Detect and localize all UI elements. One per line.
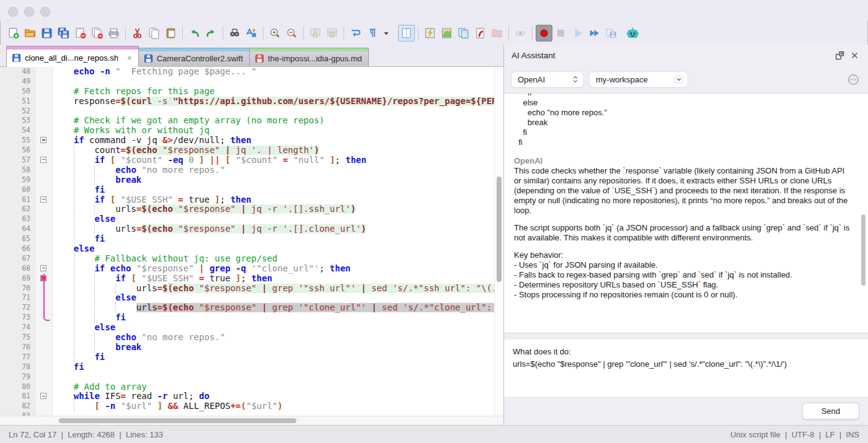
code-text: fi (53, 234, 503, 244)
open-folder-icon[interactable] (22, 25, 38, 42)
code-line-50: 50 # Fetch repos for this page (0, 87, 503, 97)
macro-record-icon[interactable] (536, 25, 552, 42)
fold-margin (36, 372, 53, 382)
unsaved-file-icon (255, 54, 264, 63)
cut-icon[interactable] (129, 25, 146, 42)
copy-icon[interactable] (146, 25, 162, 42)
traffic-light-zoom[interactable] (40, 7, 50, 17)
line-number: 56 (0, 146, 36, 156)
code-line-70: 70 urls=$(echo "$response" | grep '"ssh_… (0, 284, 503, 294)
folder-as-workspace-icon[interactable] (489, 25, 505, 42)
code-line-72: 72 urls=$(echo "$response" | grep '"clon… (0, 303, 503, 313)
ai-response-code: fi (514, 93, 852, 98)
file-monitoring-icon[interactable] (512, 25, 529, 42)
fold-marker[interactable] (40, 393, 46, 399)
indent-guide-line (115, 284, 116, 294)
ai-response-area[interactable]: fi else echo "no more repos." break fi f… (504, 93, 868, 333)
code-line-51: 51 response=$(curl -s "https://api.githu… (0, 97, 503, 107)
document-switcher-icon[interactable] (455, 25, 472, 42)
send-button[interactable]: Send (802, 403, 859, 419)
print-icon[interactable] (105, 25, 122, 42)
macro-run-multiple-icon[interactable] (586, 25, 603, 42)
fold-marker[interactable] (40, 157, 46, 163)
tab-1[interactable]: clone_all_di...ne_repos.sh× (6, 48, 139, 67)
code-line-65: 65 fi (0, 234, 503, 244)
sync-vertical-icon[interactable] (307, 25, 324, 42)
macro-stop-icon[interactable] (552, 25, 569, 42)
fold-margin (36, 293, 53, 303)
chat-scrollbar (861, 94, 866, 333)
indent-guide-line (94, 333, 95, 343)
word-wrap-icon[interactable] (347, 25, 364, 42)
fold-marker[interactable] (40, 196, 46, 203)
fold-marker[interactable] (40, 275, 46, 281)
fold-margin (36, 165, 53, 175)
ai-panel-title: AI Assistant (512, 51, 556, 60)
indent-guide-line (74, 284, 74, 294)
tab-3[interactable]: the-impossi...idia-gpus.md (249, 50, 369, 66)
redo-icon[interactable] (203, 25, 219, 42)
save-file-icon[interactable] (38, 25, 55, 42)
paste-icon[interactable] (162, 25, 179, 42)
ai-robot-icon[interactable] (624, 25, 641, 42)
model-select[interactable]: OpenAI (512, 72, 583, 87)
indent-guide-line (74, 204, 74, 214)
code-editor[interactable]: 48 echo -n " Fetching page $page... "495… (0, 67, 503, 425)
code-line-54: 54 # Works with or without jq (0, 126, 503, 136)
editor-hscroll-thumb[interactable] (59, 418, 296, 423)
indent-guide-line (94, 274, 95, 284)
sync-horizontal-icon[interactable] (324, 25, 340, 42)
code-text: response=$(curl -s "https://api.github.c… (53, 97, 503, 107)
chat-scroll-thumb[interactable] (861, 214, 866, 286)
fold-margin (36, 195, 53, 205)
function-list-icon[interactable] (438, 25, 455, 42)
indent-guide-icon[interactable] (398, 25, 415, 42)
panel-float-icon[interactable] (832, 48, 847, 63)
indent-guide-line (115, 303, 116, 313)
indent-guide-line (74, 156, 74, 165)
fold-margin (36, 392, 53, 401)
zoom-in-icon[interactable] (267, 25, 283, 42)
code-line-49: 49 (0, 77, 503, 87)
panel-close-icon[interactable] (847, 48, 862, 63)
code-line-64: 64 urls=$(echo "$response" | jq -r '.[].… (0, 224, 503, 234)
code-line-73: 73 fi (0, 313, 503, 323)
prompt-input[interactable]: What does it do: urls=$(echo "$response"… (504, 340, 868, 397)
caret-down-icon[interactable] (381, 25, 392, 42)
document-panel-icon[interactable] (472, 25, 489, 42)
more-options-icon[interactable] (846, 72, 861, 87)
fold-margin (36, 67, 53, 77)
code-line-69: 69 if [ "$USE_SSH" = true ]; then (0, 274, 503, 284)
editor-vscroll-thumb[interactable] (497, 177, 502, 282)
tab-2[interactable]: CameraController2.swift (138, 50, 250, 66)
traffic-light-minimize[interactable] (24, 7, 34, 17)
zoom-out-icon[interactable] (283, 25, 300, 42)
line-number: 75 (0, 333, 36, 343)
show-all-characters-icon[interactable] (364, 25, 381, 42)
toolbar (0, 21, 868, 45)
document-map-icon[interactable] (422, 25, 438, 42)
code-text: urls=$(echo "$response" | grep '"ssh_url… (53, 284, 503, 294)
close-all-icon[interactable] (89, 25, 105, 42)
fold-margin (36, 264, 53, 274)
close-file-icon[interactable] (72, 25, 89, 42)
tab-close-icon[interactable]: × (127, 53, 132, 63)
toolbar-separator (223, 26, 223, 40)
find-icon[interactable] (226, 25, 243, 42)
indent-guide-line (74, 165, 74, 175)
save-all-icon[interactable] (55, 25, 72, 42)
macro-play-icon[interactable] (569, 25, 586, 42)
traffic-light-close[interactable] (8, 7, 18, 17)
ai-response-li: - Falls back to regex-based parsing with… (514, 270, 852, 280)
fold-marker[interactable] (40, 265, 46, 271)
fold-margin (36, 303, 53, 313)
undo-icon[interactable] (186, 25, 203, 42)
replace-icon[interactable] (243, 25, 260, 42)
macro-save-icon[interactable] (603, 25, 619, 42)
workspace-select[interactable]: my-workspace (590, 72, 688, 87)
fold-marker[interactable] (40, 137, 46, 143)
indent-guide-line (74, 401, 74, 411)
new-file-icon[interactable] (5, 25, 22, 42)
code-line-71: 71 else (0, 293, 503, 303)
code-text: urls=$(echo "$response" | jq -r '.[].clo… (53, 224, 503, 234)
